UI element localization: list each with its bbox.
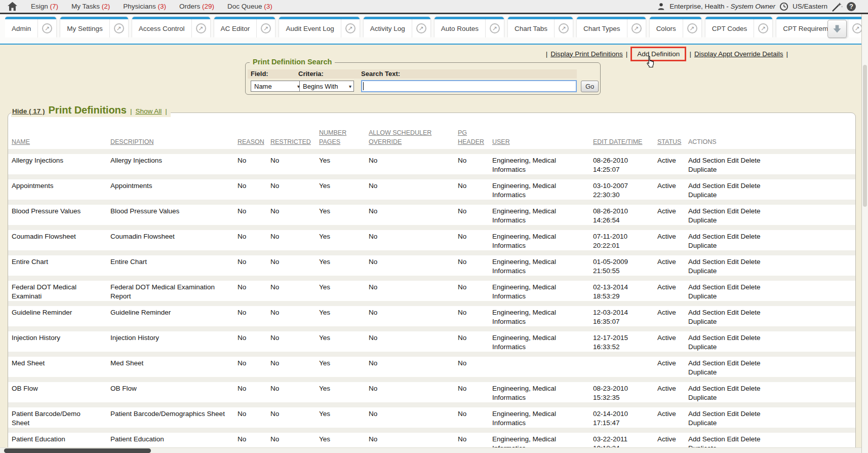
- tab-ac-editor[interactable]: AC Editor↗: [214, 17, 275, 37]
- home-icon[interactable]: [7, 2, 18, 11]
- tab-chart-tabs[interactable]: Chart Tabs↗: [508, 17, 573, 37]
- link-display-appt-override-details[interactable]: Display Appt Override Details: [694, 50, 783, 58]
- row-action-edit[interactable]: Edit: [727, 207, 739, 215]
- row-action-delete[interactable]: Delete: [741, 283, 761, 291]
- tab-audit-event-log[interactable]: Audit Event Log↗: [279, 17, 359, 37]
- column-header-restricted[interactable]: RESTRICTED: [270, 137, 319, 146]
- criteria-select[interactable]: Begins With ▾: [299, 81, 354, 92]
- column-header-reason[interactable]: REASON: [238, 137, 270, 146]
- row-action-add-section[interactable]: Add Section: [688, 207, 725, 215]
- nav-item-doc-queue[interactable]: Doc Queue (3): [227, 3, 272, 10]
- row-action-add-section[interactable]: Add Section: [688, 182, 725, 190]
- field-select[interactable]: Name ▾: [251, 81, 302, 92]
- tab-open-icon-area[interactable]: ↗: [341, 19, 360, 37]
- tab-open-icon-area[interactable]: ↗: [555, 19, 573, 37]
- tab-open-icon-area[interactable]: ↗: [257, 19, 275, 37]
- row-action-edit[interactable]: Edit: [727, 283, 739, 291]
- row-action-delete[interactable]: Delete: [741, 385, 761, 392]
- tab-auto-routes[interactable]: Auto Routes↗: [435, 17, 504, 37]
- row-action-edit[interactable]: Edit: [727, 385, 739, 392]
- link-display-print-definitions[interactable]: Display Print Definitions: [550, 50, 623, 58]
- tab-open-icon-area[interactable]: ↗: [627, 19, 646, 37]
- tab-admin[interactable]: Admin↗: [5, 17, 56, 37]
- horizontal-scrollbar-thumb[interactable]: [4, 448, 151, 453]
- row-action-duplicate[interactable]: Duplicate: [688, 292, 717, 300]
- column-header-override[interactable]: ALLOW SCHEDULEROVERRIDE: [369, 128, 458, 146]
- row-action-delete[interactable]: Delete: [741, 157, 761, 164]
- row-action-add-section[interactable]: Add Section: [688, 359, 725, 367]
- timezone-label[interactable]: US/Eastern: [793, 3, 827, 10]
- tab-activity-log[interactable]: Activity Log↗: [364, 17, 430, 37]
- tab-open-icon-area[interactable]: ↗: [486, 19, 504, 37]
- link-add-definition[interactable]: Add Definition: [637, 50, 680, 58]
- column-header-date[interactable]: EDIT DATE/TIME: [593, 137, 657, 146]
- row-action-duplicate[interactable]: Duplicate: [688, 368, 717, 376]
- row-action-edit[interactable]: Edit: [727, 258, 739, 266]
- row-action-duplicate[interactable]: Duplicate: [688, 166, 717, 173]
- tab-open-icon-area[interactable]: ↗: [412, 19, 430, 37]
- row-action-add-section[interactable]: Add Section: [688, 258, 725, 266]
- column-header-desc[interactable]: DESCRIPTION: [110, 137, 238, 146]
- tab-open-icon-area[interactable]: ↗: [38, 19, 56, 37]
- row-action-delete[interactable]: Delete: [741, 435, 761, 443]
- tab-my-settings[interactable]: My Settings↗: [60, 17, 128, 37]
- tab-chart-types[interactable]: Chart Types↗: [577, 17, 646, 37]
- wand-icon[interactable]: [832, 2, 843, 12]
- hide-link[interactable]: Hide ( 17 ): [12, 107, 45, 115]
- row-action-add-section[interactable]: Add Section: [688, 385, 725, 392]
- row-action-duplicate[interactable]: Duplicate: [688, 267, 717, 275]
- row-action-edit[interactable]: Edit: [727, 410, 739, 418]
- tab-colors[interactable]: Colors↗: [650, 17, 701, 37]
- nav-item-my-tasks[interactable]: My Tasks (2): [71, 3, 110, 10]
- column-header-pgheader[interactable]: PGHEADER: [458, 128, 492, 146]
- row-action-duplicate[interactable]: Duplicate: [688, 394, 717, 401]
- row-action-edit[interactable]: Edit: [727, 334, 739, 342]
- row-action-add-section[interactable]: Add Section: [688, 410, 725, 418]
- tab-open-icon-area[interactable]: ↗: [754, 19, 772, 37]
- row-action-add-section[interactable]: Add Section: [688, 233, 725, 240]
- tab-open-icon-area[interactable]: ↗: [110, 19, 128, 37]
- row-action-add-section[interactable]: Add Section: [688, 283, 725, 291]
- row-action-edit[interactable]: Edit: [727, 435, 739, 443]
- row-action-edit[interactable]: Edit: [727, 309, 739, 316]
- row-action-edit[interactable]: Edit: [727, 182, 739, 190]
- row-action-edit[interactable]: Edit: [727, 157, 739, 164]
- clock-icon[interactable]: [779, 2, 788, 11]
- tab-open-icon-area[interactable]: ↗: [683, 19, 701, 37]
- row-action-edit[interactable]: Edit: [727, 233, 739, 240]
- row-action-edit[interactable]: Edit: [727, 359, 739, 367]
- row-action-duplicate[interactable]: Duplicate: [688, 216, 717, 224]
- row-action-duplicate[interactable]: Duplicate: [688, 419, 717, 427]
- row-action-duplicate[interactable]: Duplicate: [688, 343, 717, 351]
- go-button[interactable]: Go: [581, 81, 599, 92]
- tabs-overflow-button[interactable]: [827, 20, 847, 38]
- show-all-link[interactable]: Show All: [135, 107, 162, 115]
- tab-access-control[interactable]: Access Control↗: [132, 17, 210, 37]
- row-action-delete[interactable]: Delete: [741, 410, 761, 418]
- row-action-delete[interactable]: Delete: [741, 182, 761, 190]
- row-action-duplicate[interactable]: Duplicate: [688, 318, 717, 325]
- tab-cpt-requirements[interactable]: CPT Requirements↗: [776, 17, 866, 37]
- row-action-add-section[interactable]: Add Section: [688, 309, 725, 316]
- vertical-scrollbar-thumb[interactable]: [863, 65, 867, 207]
- column-header-name[interactable]: NAME: [12, 137, 110, 146]
- row-action-duplicate[interactable]: Duplicate: [688, 242, 717, 249]
- row-action-add-section[interactable]: Add Section: [688, 157, 725, 164]
- row-action-delete[interactable]: Delete: [741, 233, 761, 240]
- row-action-delete[interactable]: Delete: [741, 334, 761, 342]
- row-action-delete[interactable]: Delete: [741, 309, 761, 316]
- horizontal-scrollbar[interactable]: [0, 447, 861, 453]
- tab-cpt-codes[interactable]: CPT Codes↗: [705, 17, 773, 37]
- column-header-user[interactable]: USER: [492, 137, 593, 146]
- nav-item-physicians[interactable]: Physicians (3): [123, 3, 166, 10]
- help-icon[interactable]: ?: [847, 2, 856, 11]
- search-text-input[interactable]: [361, 80, 577, 92]
- row-action-add-section[interactable]: Add Section: [688, 435, 725, 443]
- row-action-delete[interactable]: Delete: [741, 258, 761, 266]
- row-action-delete[interactable]: Delete: [741, 359, 761, 367]
- nav-item-orders[interactable]: Orders (29): [179, 3, 214, 10]
- tab-open-icon-area[interactable]: ↗: [192, 19, 210, 37]
- row-action-add-section[interactable]: Add Section: [688, 334, 725, 342]
- vertical-scrollbar[interactable]: [861, 14, 868, 453]
- column-header-status[interactable]: STATUS: [657, 137, 688, 146]
